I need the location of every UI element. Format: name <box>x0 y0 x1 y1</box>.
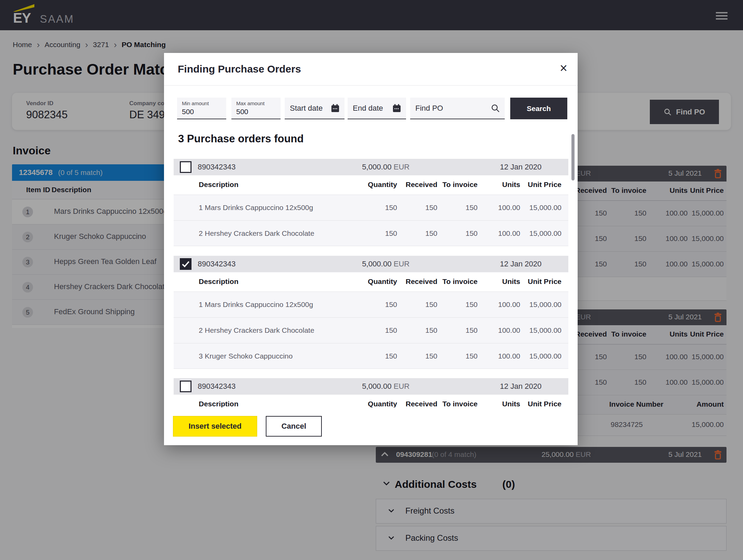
close-icon[interactable]: × <box>556 61 571 76</box>
cancel-button[interactable]: Cancel <box>266 416 322 437</box>
po-number: 890342343 <box>198 260 236 268</box>
divider <box>164 85 578 86</box>
start-date-input[interactable]: Start date <box>285 98 345 119</box>
min-amount-value: 500 <box>182 108 194 116</box>
min-amount-input[interactable]: Min amount 500 <box>177 98 226 119</box>
po-line-row: 1 Mars Drinks Cappuccino 12x500g 150 150… <box>174 195 568 220</box>
po-line-row: 2 Hershey Crackers Dark Chocolate 150 15… <box>174 317 568 343</box>
max-amount-value: 500 <box>236 108 248 116</box>
po-line-row: 2 Hershey Crackers Dark Chocolate 150 15… <box>174 220 568 246</box>
po-date: 12 Jan 2020 <box>500 163 542 172</box>
po-table-columns: Description Quantity Received To invoice… <box>174 395 568 407</box>
po-amount: 5,000.00 <box>362 163 392 171</box>
po-table-columns: Description Quantity Received To invoice… <box>174 175 568 195</box>
po-checkbox-checked[interactable] <box>180 258 192 270</box>
po-currency: EUR <box>394 260 409 268</box>
po-amount: 5,000.00 <box>362 382 392 391</box>
min-amount-label: Min amount <box>182 100 209 106</box>
po-number: 890342343 <box>198 163 236 172</box>
po-group-header: 890342343 5,000.00 EUR 12 Jan 2020 <box>174 256 568 272</box>
finding-purchase-orders-modal: Finding Purchase Orders × Min amount 500… <box>164 53 578 445</box>
find-po-input[interactable]: Find PO <box>410 98 505 119</box>
end-date-input[interactable]: End date <box>348 98 406 119</box>
po-group-header: 890342343 5,000.00 EUR 12 Jan 2020 <box>174 378 568 395</box>
po-group: 890342343 5,000.00 EUR 12 Jan 2020 Descr… <box>174 378 568 407</box>
po-number: 890342343 <box>198 382 236 391</box>
search-icon <box>491 103 500 114</box>
po-date: 12 Jan 2020 <box>500 382 542 391</box>
po-currency: EUR <box>394 382 409 391</box>
po-line-row: 1 Mars Drinks Cappuccino 12x500g 150 150… <box>174 292 568 317</box>
po-group-header: 890342343 5,000.00 EUR 12 Jan 2020 <box>174 159 568 175</box>
po-checkbox[interactable] <box>180 161 192 173</box>
results-heading: 3 Purchase orders found <box>178 133 304 145</box>
max-amount-input[interactable]: Max amount 500 <box>231 98 281 119</box>
find-po-placeholder: Find PO <box>415 104 443 113</box>
modal-title: Finding Purchase Orders <box>178 63 301 75</box>
po-amount: 5,000.00 <box>362 260 392 268</box>
po-date: 12 Jan 2020 <box>500 260 542 268</box>
po-group-clipped: 890342343 5,000.00 EUR 12 Jan 2020 Descr… <box>174 378 568 407</box>
po-line-row: 3 Kruger Schoko Cappuccino 150 150 150 1… <box>174 343 568 369</box>
po-checkbox[interactable] <box>180 381 192 392</box>
search-button[interactable]: Search <box>510 98 567 119</box>
po-group: 890342343 5,000.00 EUR 12 Jan 2020 Descr… <box>174 256 568 369</box>
calendar-icon <box>392 103 402 114</box>
end-date-placeholder: End date <box>353 104 383 113</box>
start-date-placeholder: Start date <box>290 104 323 113</box>
calendar-icon <box>330 103 340 114</box>
modal-scrollbar[interactable] <box>571 134 575 180</box>
max-amount-label: Max amount <box>236 100 265 106</box>
po-currency: EUR <box>394 163 409 171</box>
po-group: 890342343 5,000.00 EUR 12 Jan 2020 Descr… <box>174 159 568 246</box>
insert-selected-button[interactable]: Insert selected <box>173 416 257 437</box>
po-table-columns: Description Quantity Received To invoice… <box>174 272 568 292</box>
app-canvas: EY SAAM Home › Accounting › 3271 › PO Ma… <box>0 0 743 560</box>
